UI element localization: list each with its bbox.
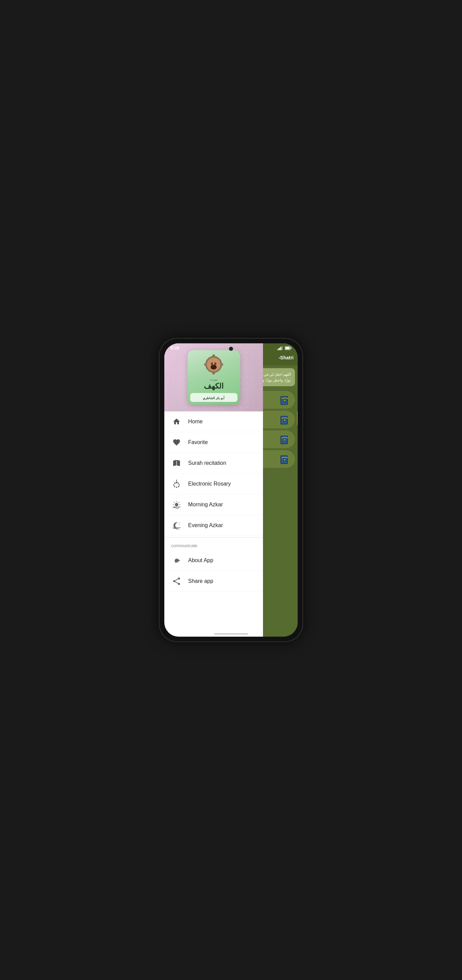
svg-rect-29 (221, 363, 223, 366)
svg-rect-1 (279, 348, 280, 350)
phone-outer: 9:35 (160, 339, 302, 641)
svg-point-16 (284, 419, 286, 421)
subtitle-card: أبو بكر الشاطري (190, 393, 237, 402)
section-divider (164, 537, 263, 538)
svg-point-40 (178, 482, 179, 484)
menu-item-rosary[interactable]: Electronic Rosary (164, 474, 263, 495)
svg-point-12 (284, 399, 286, 401)
svg-point-61 (173, 580, 175, 582)
menu-item-morning[interactable]: Morning Azkar (164, 495, 263, 515)
svg-rect-3 (282, 346, 283, 350)
menu-label-evening: Evening Azkar (188, 522, 223, 528)
menu-item-surah[interactable]: Surah recitation (164, 453, 263, 474)
svg-rect-0 (278, 349, 279, 350)
svg-point-43 (176, 487, 177, 488)
menu-label-favorite: Favorite (188, 439, 208, 445)
app-title-area: بدون نت الكهف (204, 379, 224, 391)
phone-screen: 9:35 (164, 343, 298, 637)
book-open-icon (171, 458, 182, 469)
subtitle-text: أبو بكر الشاطري (203, 396, 225, 400)
status-time: 9:35 (170, 345, 179, 350)
svg-point-35 (211, 363, 213, 365)
moon-icon (171, 520, 182, 531)
menu-label-share: Share app (188, 578, 213, 584)
svg-point-20 (284, 439, 286, 441)
status-icons (278, 346, 292, 350)
menu-item-about[interactable]: About App (164, 550, 263, 571)
arabic-title: الكهف (204, 382, 224, 391)
app-sub-label-top: بدون نت (204, 379, 224, 381)
svg-point-44 (174, 486, 175, 487)
book-icon-4 (279, 453, 291, 465)
drawer-menu: Home Favorite (164, 411, 263, 637)
drawer: بدون نت الكهف أبو بكر الشاطري (164, 343, 263, 637)
book-icon-1 (279, 394, 291, 406)
menu-item-evening[interactable]: Evening Azkar (164, 515, 263, 536)
svg-rect-6 (286, 347, 290, 349)
svg-line-55 (174, 502, 175, 503)
rosary-icon (171, 479, 182, 489)
share-icon (171, 576, 182, 587)
book-icon-2 (279, 414, 291, 426)
menu-label-home: Home (188, 418, 203, 425)
menu-label-morning: Morning Azkar (188, 501, 223, 508)
svg-point-37 (211, 365, 217, 369)
svg-rect-5 (291, 347, 292, 349)
svg-point-24 (284, 459, 286, 460)
svg-point-59 (179, 522, 180, 523)
avatar-wrapper (203, 354, 224, 376)
svg-line-52 (179, 502, 179, 503)
svg-point-62 (178, 583, 180, 585)
svg-point-48 (175, 503, 178, 506)
svg-point-60 (178, 578, 180, 579)
svg-point-41 (179, 484, 180, 485)
drawer-header: بدون نت الكهف أبو بكر الشاطري (164, 343, 263, 411)
gear-icon (171, 555, 182, 566)
svg-point-45 (173, 484, 175, 485)
svg-point-39 (176, 482, 178, 484)
menu-item-favorite[interactable]: Favorite (164, 432, 263, 453)
menu-item-share[interactable]: Share app (164, 571, 263, 592)
gear-ring (203, 354, 224, 375)
svg-point-47 (176, 480, 177, 481)
menu-label-about: About App (188, 557, 213, 563)
svg-rect-2 (280, 347, 281, 350)
signal-icon (278, 346, 283, 350)
top-bar-title: -Shatri (279, 355, 294, 360)
svg-point-36 (214, 363, 216, 365)
heart-icon (171, 437, 182, 448)
svg-point-46 (174, 482, 176, 484)
svg-rect-28 (204, 363, 207, 366)
home-indicator[interactable] (214, 633, 248, 635)
book-icon-3 (279, 433, 291, 445)
battery-icon (285, 346, 292, 350)
svg-line-63 (175, 579, 178, 581)
header-card: بدون نت الكهف أبو بكر الشاطري (187, 350, 240, 404)
menu-item-home[interactable]: Home (164, 411, 263, 432)
side-button[interactable] (297, 411, 298, 425)
menu-label-surah: Surah recitation (188, 460, 226, 466)
svg-point-58 (179, 524, 179, 524)
menu-label-rosary: Electronic Rosary (188, 481, 231, 487)
section-title-communicate: communicate (164, 539, 263, 550)
svg-line-64 (175, 582, 178, 583)
svg-point-42 (178, 486, 179, 487)
camera-notch (229, 347, 233, 351)
sunrise-icon (171, 499, 182, 510)
home-icon (171, 416, 182, 427)
